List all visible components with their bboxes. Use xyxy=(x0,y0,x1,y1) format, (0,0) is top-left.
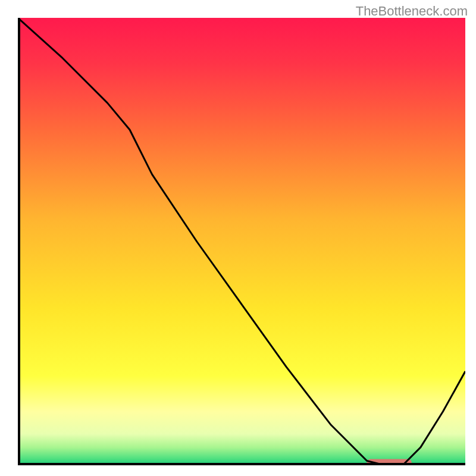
gradient-background xyxy=(18,18,465,465)
plot-area xyxy=(18,18,465,465)
chart-container: TheBottleneck.com xyxy=(0,0,476,476)
chart-svg xyxy=(18,18,465,465)
watermark-text: TheBottleneck.com xyxy=(356,4,468,19)
